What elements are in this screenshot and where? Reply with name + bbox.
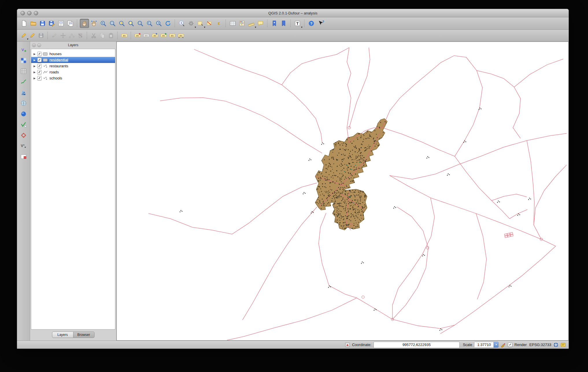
current-edits-icon[interactable]: ▾ bbox=[20, 31, 28, 40]
map-canvas[interactable] bbox=[117, 42, 569, 341]
zoom-full-icon[interactable] bbox=[117, 19, 126, 28]
toolbar-separator bbox=[304, 20, 305, 27]
scale-combo[interactable]: ▼ bbox=[474, 342, 499, 348]
tab-browser[interactable]: Browser bbox=[73, 332, 95, 338]
extent-marker-icon[interactable] bbox=[345, 342, 350, 347]
node-tool-icon[interactable] bbox=[68, 31, 76, 40]
zoom-window-button[interactable] bbox=[34, 11, 38, 15]
pan-map-icon[interactable] bbox=[80, 19, 89, 28]
layer-row-roads[interactable]: ▶✓roads bbox=[31, 69, 115, 75]
open-project-icon[interactable] bbox=[29, 19, 38, 28]
titlebar[interactable]: QGIS 2.0.1-Dufour – analysis bbox=[17, 9, 569, 17]
zoom-to-selection-icon[interactable] bbox=[127, 19, 135, 28]
open-attribute-table-icon[interactable] bbox=[228, 19, 237, 28]
move-feature-icon[interactable] bbox=[59, 31, 67, 40]
zoom-in-icon[interactable] bbox=[99, 19, 108, 28]
interpolation-icon[interactable] bbox=[19, 88, 28, 96]
svg-text:abc: abc bbox=[179, 35, 183, 37]
toggle-editing-icon[interactable] bbox=[28, 31, 36, 40]
web-services-icon[interactable] bbox=[19, 99, 28, 107]
raster-tools-icon[interactable] bbox=[19, 67, 28, 75]
svg-text:i: i bbox=[181, 21, 182, 25]
layer-visibility-checkbox[interactable]: ✓ bbox=[37, 70, 42, 74]
cut-features-icon[interactable] bbox=[90, 31, 98, 40]
identify-features-icon[interactable]: i bbox=[177, 19, 186, 28]
scale-dropdown-icon[interactable]: ▼ bbox=[493, 342, 498, 347]
new-composer-icon[interactable] bbox=[57, 19, 65, 28]
crs-status-icon[interactable] bbox=[553, 342, 559, 347]
whats-this-icon[interactable]: ? bbox=[316, 19, 325, 28]
text-annotation-icon[interactable]: T▾ bbox=[293, 19, 302, 28]
add-feature-icon[interactable] bbox=[50, 31, 58, 40]
label-show-icon[interactable]: abc bbox=[168, 31, 176, 40]
expander-icon[interactable]: ▶ bbox=[33, 59, 36, 62]
save-project-icon[interactable] bbox=[38, 19, 47, 28]
zoom-next-icon[interactable] bbox=[154, 19, 163, 28]
polygon-layer-icon bbox=[43, 58, 48, 62]
layer-visibility-checkbox[interactable]: ✓ bbox=[37, 76, 42, 80]
new-project-icon[interactable] bbox=[20, 19, 28, 28]
expander-icon[interactable]: ▶ bbox=[33, 71, 36, 74]
zoom-last-icon[interactable] bbox=[145, 19, 154, 28]
dock-toggle-icon[interactable] bbox=[19, 152, 28, 161]
new-bookmark-icon[interactable] bbox=[270, 19, 279, 28]
layer-visibility-checkbox[interactable]: ✓ bbox=[37, 64, 42, 68]
help-icon[interactable]: ? bbox=[307, 19, 316, 28]
vector-menu-icon[interactable]: V° bbox=[19, 142, 28, 150]
measure-icon[interactable]: ▾ bbox=[247, 19, 256, 28]
layer-visibility-checkbox[interactable]: ✓ bbox=[37, 52, 42, 56]
expander-icon[interactable]: ▶ bbox=[33, 77, 36, 80]
log-messages-icon[interactable] bbox=[561, 342, 566, 347]
map-tips-icon[interactable] bbox=[256, 19, 265, 28]
panel-tabs: LayersBrowser bbox=[30, 331, 116, 341]
composer-manager-icon[interactable] bbox=[66, 19, 75, 28]
copy-features-icon[interactable] bbox=[98, 31, 106, 40]
panel-float-icon[interactable]: ○ bbox=[37, 43, 41, 47]
zoom-to-layer-icon[interactable] bbox=[136, 19, 145, 28]
layer-visibility-checkbox[interactable]: ✓ bbox=[37, 58, 42, 62]
tab-layers[interactable]: Layers bbox=[52, 332, 73, 338]
layer-row-residential[interactable]: ▶✓residential bbox=[31, 57, 115, 63]
layer-row-houses[interactable]: ▶✓houses bbox=[31, 51, 115, 57]
toolbar-separator bbox=[225, 20, 226, 27]
save-project-as-icon[interactable] bbox=[47, 19, 56, 28]
expander-icon[interactable]: ▶ bbox=[33, 65, 36, 68]
paste-features-icon[interactable] bbox=[107, 31, 115, 40]
run-feature-action-icon[interactable]: ▾ bbox=[187, 19, 195, 28]
close-window-button[interactable] bbox=[21, 11, 25, 15]
field-calculator-icon[interactable] bbox=[238, 19, 246, 28]
point-layer-icon bbox=[43, 64, 48, 68]
delete-selected-icon[interactable] bbox=[76, 31, 84, 40]
show-bookmarks-icon[interactable] bbox=[279, 19, 288, 28]
polygon-layer-icon bbox=[43, 52, 48, 56]
refresh-map-icon[interactable] bbox=[164, 19, 172, 28]
topology-checker-icon[interactable] bbox=[19, 120, 28, 129]
layers-panel-title: Layers bbox=[68, 43, 78, 47]
minimize-window-button[interactable] bbox=[27, 11, 32, 15]
scale-input[interactable] bbox=[474, 342, 493, 347]
select-features-icon[interactable]: ▾ bbox=[196, 19, 205, 28]
new-vector-layer-icon[interactable]: V bbox=[19, 46, 28, 54]
save-edits-icon[interactable] bbox=[37, 31, 45, 40]
label-highlight-icon[interactable]: abc bbox=[160, 31, 168, 40]
render-checkbox[interactable]: ✓ bbox=[508, 343, 512, 347]
freehand-digitize-icon[interactable] bbox=[19, 78, 28, 86]
label-pin-icon[interactable]: abc bbox=[151, 31, 159, 40]
label-move-icon[interactable]: abc bbox=[177, 31, 185, 40]
coordinate-capture-icon[interactable] bbox=[19, 131, 28, 139]
coordinate-input[interactable] bbox=[373, 342, 460, 348]
layer-row-restaurants[interactable]: ▶✓restaurants bbox=[31, 63, 115, 69]
expander-icon[interactable]: ▶ bbox=[33, 53, 36, 55]
panel-close-icon[interactable]: × bbox=[32, 43, 36, 47]
globe-plugin-icon[interactable] bbox=[19, 110, 28, 118]
label-pinned-icon[interactable]: abc bbox=[134, 31, 142, 40]
select-by-expression-icon[interactable]: ε bbox=[215, 19, 223, 28]
zoom-out-icon[interactable] bbox=[108, 19, 117, 28]
deselect-features-icon[interactable] bbox=[205, 19, 214, 28]
magnifier-brush-icon[interactable] bbox=[501, 342, 506, 347]
pan-to-selection-icon[interactable] bbox=[90, 19, 98, 28]
label-hidden-icon[interactable]: abc bbox=[142, 31, 150, 40]
label-toolbar-icon[interactable]: abc bbox=[120, 31, 128, 40]
layer-row-schools[interactable]: ▶✓schools bbox=[31, 75, 115, 81]
georeferencer-icon[interactable] bbox=[19, 56, 28, 64]
